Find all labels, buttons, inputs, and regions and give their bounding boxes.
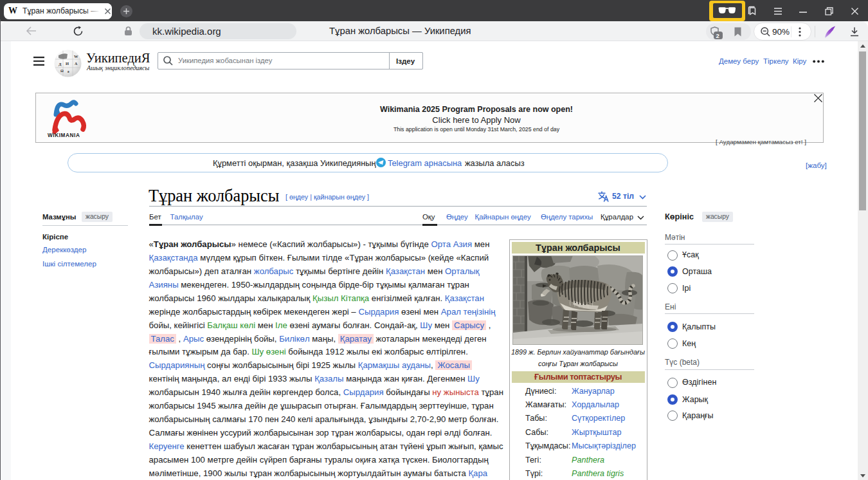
- svg-text:Ω: Ω: [60, 69, 64, 73]
- svg-text:A: A: [75, 62, 78, 66]
- svg-text:W: W: [74, 54, 78, 59]
- svg-text:И: И: [66, 61, 69, 66]
- svg-text:ә: ә: [68, 69, 69, 73]
- svg-text:Д: Д: [59, 62, 62, 66]
- svg-text:WIKIMANIA: WIKIMANIA: [48, 133, 80, 138]
